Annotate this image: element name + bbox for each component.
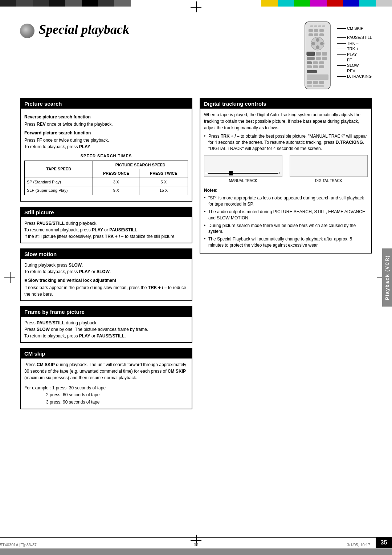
slow-motion-section: Slow motion During playback press SLOW. … bbox=[20, 248, 192, 301]
note-1: "SP" is more appropriate as less noise a… bbox=[204, 195, 368, 207]
svg-rect-34 bbox=[313, 85, 324, 87]
digital-tracking-bullets: Press TRK + / – to obtain the best possi… bbox=[204, 133, 368, 151]
forward-search-heading: Forward picture search function bbox=[24, 130, 188, 136]
table-col2a-header: PRESS ONCE bbox=[93, 169, 139, 178]
remote-label-ff: FF bbox=[337, 58, 372, 62]
remote-svg-container bbox=[301, 20, 334, 94]
slow-motion-content: During playback press SLOW. To return to… bbox=[21, 259, 192, 300]
table-sp-label: SP (Standard Play) bbox=[25, 178, 93, 186]
remote-label-cm-skip: CM SKIP bbox=[337, 27, 372, 31]
svg-point-12 bbox=[316, 38, 319, 42]
notes-list: "SP" is more appropriate as less noise a… bbox=[204, 195, 368, 248]
table-slp-twice: 15 X bbox=[139, 186, 188, 195]
speed-table: TAPE SPEED PICTURE SEARCH SPEED PRESS ON… bbox=[24, 161, 188, 195]
svg-rect-33 bbox=[307, 85, 312, 87]
bottom-bar bbox=[0, 548, 392, 555]
table-sp-twice: 5 X bbox=[139, 178, 188, 186]
svg-rect-21 bbox=[322, 57, 327, 60]
still-text2: To resume normal playback, press PLAY or… bbox=[24, 227, 188, 233]
label-cm-skip: CM SKIP bbox=[347, 27, 363, 31]
frame-text1: Press PAUSE/STILL during playback. bbox=[24, 320, 188, 326]
cm-skip-title: CM skip bbox=[21, 349, 192, 358]
playback-label: Playback (VCR) bbox=[384, 255, 390, 300]
remote-diagram: CM SKIP PAUSE/STILL TRK – TRK + PLAY bbox=[301, 20, 372, 94]
table-col2b-header: PRESS TWICE bbox=[139, 169, 188, 178]
table-sp-once: 3 X bbox=[93, 178, 139, 186]
manual-track-display bbox=[204, 155, 282, 177]
cm-skip-content: Press CM SKIP during playback. The unit … bbox=[21, 358, 192, 409]
remote-label-slow: SLOW bbox=[337, 64, 372, 68]
svg-rect-17 bbox=[316, 52, 321, 56]
slow-text1: During playback press SLOW. bbox=[24, 262, 188, 268]
page-number: 35 bbox=[376, 538, 392, 548]
cm-skip-section: CM skip Press CM SKIP during playback. T… bbox=[20, 348, 192, 410]
digital-tracking-content: When a tape is played, the Digital Auto … bbox=[200, 109, 371, 253]
note-4: The Special Playback will automatically … bbox=[204, 236, 368, 248]
svg-rect-7 bbox=[319, 29, 324, 32]
speed-table-title: SPEED SEARCH TIMES bbox=[24, 153, 188, 159]
label-d-tracking: D.TRACKING bbox=[347, 74, 372, 78]
title-section: Special playback bbox=[20, 18, 129, 38]
main-content: Special playback bbox=[20, 18, 372, 537]
reverse-search-text: Press REV once or twice during the playb… bbox=[24, 121, 188, 127]
sphere-logo bbox=[20, 24, 34, 38]
remote-label-play: PLAY bbox=[337, 53, 372, 57]
slow-tracking-heading: ■ Slow tracking and vertical lock adjust… bbox=[24, 277, 188, 284]
manual-track-box: MANUAL TRACK bbox=[204, 155, 282, 183]
table-col1-header: TAPE SPEED bbox=[25, 161, 93, 178]
slow-text2: To return to playback, press PLAY or SLO… bbox=[24, 268, 188, 275]
notes-section: Notes: "SP" is more appropriate as less … bbox=[204, 187, 368, 248]
footer-center: 35 bbox=[194, 543, 198, 547]
speed-table-container: SPEED SEARCH TIMES TAPE SPEED PICTURE SE… bbox=[24, 153, 188, 195]
digital-tracking-section: Digital tracking controls When a tape is… bbox=[200, 98, 372, 254]
frame-text2: Press SLOW one by one: The picture advan… bbox=[24, 326, 188, 333]
svg-rect-31 bbox=[313, 81, 318, 84]
table-slp-once: 9 X bbox=[93, 186, 139, 195]
remote-label-trk-plus: TRK + bbox=[337, 47, 372, 51]
svg-rect-27 bbox=[319, 65, 324, 68]
svg-rect-20 bbox=[316, 57, 321, 60]
remote-line-cm-skip bbox=[337, 28, 346, 29]
svg-rect-8 bbox=[309, 33, 313, 36]
remote-svg bbox=[301, 20, 334, 93]
footer-left: 5T40301A [E]p33-37 bbox=[0, 543, 37, 547]
label-rev: REV bbox=[347, 69, 355, 73]
still-picture-title: Still picture bbox=[21, 207, 192, 217]
svg-rect-3 bbox=[318, 25, 321, 27]
cm-example-3: 3 press: 90 seconds of tape bbox=[24, 398, 188, 406]
label-ff: FF bbox=[347, 58, 352, 62]
digital-tracking-bullet1: Press TRK + / – to obtain the best possi… bbox=[204, 133, 368, 151]
table-row-sp: SP (Standard Play) 3 X 5 X bbox=[25, 178, 188, 186]
svg-rect-32 bbox=[319, 81, 324, 84]
svg-rect-9 bbox=[314, 33, 318, 36]
footer-line bbox=[0, 537, 392, 538]
digital-tracking-text1: When a tape is played, the Digital Auto … bbox=[204, 112, 368, 131]
slow-text3: If noise bars appear in the picture duri… bbox=[24, 284, 188, 297]
right-column: Digital tracking controls When a tape is… bbox=[200, 98, 372, 414]
label-trk-minus: TRK – bbox=[347, 41, 358, 45]
svg-rect-4 bbox=[322, 25, 325, 27]
two-column-layout: Picture search Reverse picture search fu… bbox=[20, 98, 372, 414]
picture-search-section: Picture search Reverse picture search fu… bbox=[20, 98, 192, 202]
remote-label-pause-still: PAUSE/STILL bbox=[337, 36, 372, 40]
label-play: PLAY bbox=[347, 53, 357, 57]
label-slow: SLOW bbox=[347, 64, 359, 68]
note-3: During picture search mode there will be… bbox=[204, 223, 368, 235]
svg-rect-28 bbox=[307, 70, 317, 73]
forward-search-text1: Press FF once or twice during the playba… bbox=[24, 137, 188, 143]
svg-rect-1 bbox=[310, 25, 313, 27]
playback-sidebar: Playback (VCR) bbox=[382, 248, 392, 307]
svg-rect-18 bbox=[322, 52, 327, 56]
svg-rect-6 bbox=[314, 29, 318, 32]
slow-motion-title: Slow motion bbox=[21, 249, 192, 259]
cm-example-2: 2 press: 60 seconds of tape bbox=[24, 391, 188, 398]
forward-search-text2: To return to playback, press PLAY. bbox=[24, 143, 188, 150]
table-col2-header: PICTURE SEARCH SPEED bbox=[93, 161, 188, 169]
digital-tracking-title: Digital tracking controls bbox=[200, 99, 371, 109]
remote-labels: CM SKIP PAUSE/STILL TRK – TRK + PLAY bbox=[337, 20, 372, 78]
frame-by-frame-content: Press PAUSE/STILL during playback. Press… bbox=[21, 317, 192, 342]
svg-rect-19 bbox=[307, 57, 315, 60]
tracking-slider bbox=[208, 173, 278, 174]
svg-point-13 bbox=[316, 45, 319, 49]
tracking-knob bbox=[229, 171, 233, 175]
